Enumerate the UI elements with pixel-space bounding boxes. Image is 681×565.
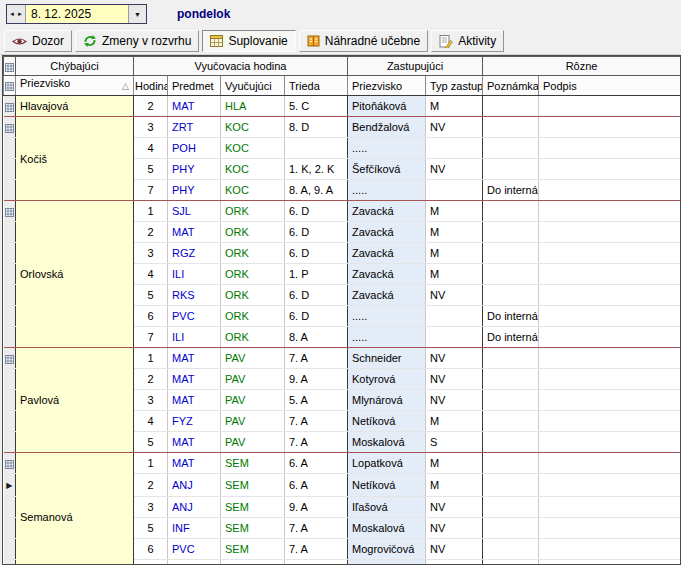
absent-teacher-cell[interactable]: Orlovská: [16, 201, 134, 348]
substitution-type-cell[interactable]: NV: [426, 539, 483, 560]
subject-cell[interactable]: PVC: [168, 539, 221, 560]
substitute-teacher-cell[interactable]: Moskalová: [348, 432, 426, 453]
tab-dozor[interactable]: Dozor: [4, 30, 72, 52]
subject-cell[interactable]: PHY: [168, 180, 221, 201]
signature-cell[interactable]: [539, 159, 681, 180]
substitution-type-cell[interactable]: [426, 180, 483, 201]
lesson-number-cell[interactable]: 1: [134, 453, 168, 474]
note-cell[interactable]: Do interná: [483, 560, 539, 565]
column-header-vyucujuci[interactable]: Vyučujúci: [221, 76, 285, 96]
lesson-number-cell[interactable]: 7: [134, 327, 168, 348]
substitution-type-cell[interactable]: M: [426, 264, 483, 285]
subject-cell[interactable]: MAT: [168, 96, 221, 117]
substitution-type-cell[interactable]: M: [426, 474, 483, 497]
substitute-teacher-cell[interactable]: .....: [348, 306, 426, 327]
tab-suplovanie[interactable]: Suplovanie: [202, 30, 295, 52]
subject-cell[interactable]: ANJ: [168, 497, 221, 518]
row-header-strip[interactable]: [4, 432, 16, 453]
row-header-strip[interactable]: [4, 369, 16, 390]
row-header-strip[interactable]: [4, 348, 16, 369]
subject-cell[interactable]: PHY: [168, 159, 221, 180]
substitution-type-cell[interactable]: M: [426, 411, 483, 432]
substitution-type-cell[interactable]: NV: [426, 497, 483, 518]
class-cell[interactable]: 5. C: [285, 96, 348, 117]
date-nav-buttons[interactable]: ◄ ►: [7, 5, 26, 23]
signature-cell[interactable]: [539, 474, 681, 497]
subject-cell[interactable]: INF: [168, 560, 221, 565]
note-cell[interactable]: [483, 348, 539, 369]
teacher-code-cell[interactable]: PAV: [221, 411, 285, 432]
note-cell[interactable]: Do interná: [483, 327, 539, 348]
class-cell[interactable]: 5. A: [285, 390, 348, 411]
substitution-type-cell[interactable]: [426, 327, 483, 348]
teacher-code-cell[interactable]: SEM: [221, 539, 285, 560]
note-cell[interactable]: [483, 138, 539, 159]
lesson-number-cell[interactable]: 1: [134, 201, 168, 222]
class-cell[interactable]: 7. A: [285, 539, 348, 560]
subject-cell[interactable]: MAT: [168, 390, 221, 411]
substitute-teacher-cell[interactable]: Mogrovičová: [348, 539, 426, 560]
lesson-number-cell[interactable]: 2: [134, 369, 168, 390]
teacher-code-cell[interactable]: KOC: [221, 117, 285, 138]
date-picker[interactable]: ◄ ► 8. 12. 2025 ▼: [6, 4, 147, 24]
substitute-teacher-cell[interactable]: Moskalová: [348, 518, 426, 539]
note-cell[interactable]: [483, 474, 539, 497]
row-header-strip[interactable]: [4, 306, 16, 327]
row-header-strip[interactable]: [4, 518, 16, 539]
row-header-strip[interactable]: [4, 96, 16, 117]
signature-cell[interactable]: [539, 432, 681, 453]
column-header-typ-zastup[interactable]: Typ zastup.: [426, 76, 483, 96]
signature-cell[interactable]: [539, 180, 681, 201]
signature-cell[interactable]: [539, 453, 681, 474]
lesson-number-cell[interactable]: 5: [134, 518, 168, 539]
signature-cell[interactable]: [539, 285, 681, 306]
lesson-number-cell[interactable]: 2: [134, 474, 168, 497]
row-header-strip[interactable]: [4, 201, 16, 222]
subject-cell[interactable]: POH: [168, 138, 221, 159]
note-cell[interactable]: [483, 222, 539, 243]
substitution-type-cell[interactable]: M: [426, 453, 483, 474]
note-cell[interactable]: [483, 432, 539, 453]
signature-cell[interactable]: [539, 390, 681, 411]
row-header-strip[interactable]: [4, 159, 16, 180]
signature-cell[interactable]: [539, 264, 681, 285]
note-cell[interactable]: [483, 285, 539, 306]
signature-cell[interactable]: [539, 96, 681, 117]
note-cell[interactable]: [483, 243, 539, 264]
class-cell[interactable]: 6. A: [285, 560, 348, 565]
column-header-hodina[interactable]: Hodina: [134, 76, 168, 96]
column-header-trieda[interactable]: Trieda: [285, 76, 348, 96]
class-cell[interactable]: 8. D: [285, 117, 348, 138]
subject-cell[interactable]: MAT: [168, 222, 221, 243]
teacher-code-cell[interactable]: PAV: [221, 348, 285, 369]
lesson-number-cell[interactable]: 7: [134, 180, 168, 201]
column-header-priezvisko-absent[interactable]: Priezvisko△: [16, 76, 134, 96]
teacher-code-cell[interactable]: ORK: [221, 264, 285, 285]
teacher-code-cell[interactable]: ORK: [221, 243, 285, 264]
tab-zmeny-v-rozvrhu[interactable]: Zmeny v rozvrhu: [75, 30, 199, 52]
substitution-type-cell[interactable]: NV: [426, 369, 483, 390]
lesson-number-cell[interactable]: 6: [134, 539, 168, 560]
class-cell[interactable]: 6. A: [285, 453, 348, 474]
teacher-code-cell[interactable]: KOC: [221, 138, 285, 159]
signature-cell[interactable]: [539, 411, 681, 432]
subject-cell[interactable]: MAT: [168, 369, 221, 390]
note-cell[interactable]: [483, 264, 539, 285]
subject-cell[interactable]: RKS: [168, 285, 221, 306]
note-cell[interactable]: [483, 96, 539, 117]
substitution-type-cell[interactable]: [426, 306, 483, 327]
row-header-strip[interactable]: [4, 453, 16, 474]
row-header-strip[interactable]: [4, 411, 16, 432]
class-cell[interactable]: 1. K, 2. K: [285, 159, 348, 180]
substitute-teacher-cell[interactable]: Zavacká: [348, 285, 426, 306]
substitute-teacher-cell[interactable]: Lopatková: [348, 453, 426, 474]
class-cell[interactable]: 8. A, 9. A: [285, 180, 348, 201]
class-cell[interactable]: [285, 138, 348, 159]
lesson-number-cell[interactable]: 1: [134, 348, 168, 369]
subject-cell[interactable]: SJL: [168, 201, 221, 222]
teacher-code-cell[interactable]: PAV: [221, 369, 285, 390]
subject-cell[interactable]: ILI: [168, 264, 221, 285]
signature-cell[interactable]: [539, 201, 681, 222]
signature-cell[interactable]: [539, 306, 681, 327]
class-cell[interactable]: 7. A: [285, 518, 348, 539]
